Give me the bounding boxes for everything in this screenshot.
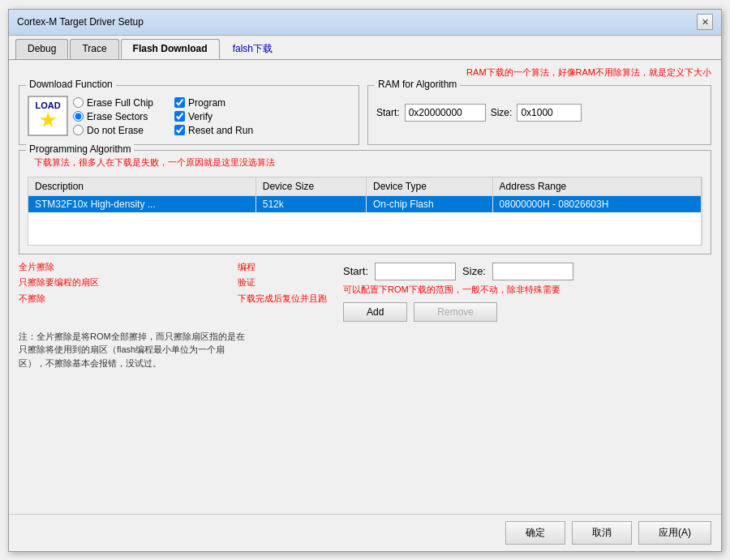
remove-button[interactable]: Remove: [414, 302, 497, 322]
close-button[interactable]: ✕: [697, 14, 713, 30]
size-label: Size:: [491, 107, 513, 118]
algo-annotation: 下载算法，很多人在下载是失败，一个原因就是这里没选算法: [34, 157, 275, 167]
radio-do-not-erase-input[interactable]: [73, 125, 84, 135]
radio-erase-full[interactable]: [73, 97, 84, 108]
add-button[interactable]: Add: [343, 302, 407, 322]
tab-extra[interactable]: falsh下载: [221, 39, 284, 59]
annot-sector-erase: 只擦除要编程的扇区: [19, 277, 99, 287]
rom-annotation: 可以配置下ROM下载的范围，一般不动，除非特殊需要: [343, 284, 711, 296]
annot-reset-run: 下载完成后复位并且跑: [238, 293, 327, 303]
start-input[interactable]: [405, 104, 486, 122]
checkbox-program-label: Program: [188, 97, 225, 109]
load-icon: LOAD ★: [28, 96, 68, 136]
prog-algo-title: Programming Algorithm: [26, 143, 134, 155]
bottom-size-input[interactable]: [492, 263, 573, 280]
radio-do-not-erase-label: Do not Erase: [87, 125, 144, 136]
left-annot-text: 全片擦除 只擦除要编程的扇区 不擦除: [19, 259, 230, 307]
tab-bar: Debug Trace Flash Download falsh下载: [9, 36, 721, 60]
col-address-range: Address Range: [492, 177, 701, 196]
note-text: 注：全片擦除是将ROM全部擦掉，而只擦除扇区指的是在 只擦除将使用到的扇区（fl…: [19, 330, 711, 370]
ok-button[interactable]: 确定: [505, 521, 565, 545]
algorithm-table: Description Device Size Device Type Addr…: [28, 177, 702, 245]
ram-algorithm-title: RAM for Algorithm: [375, 79, 460, 90]
col-device-size: Device Size: [256, 177, 366, 196]
checkbox-reset-run-label: Reset and Run: [188, 125, 253, 136]
cell-description: STM32F10x High-density ...: [28, 195, 256, 212]
checkbox-reset-run: Reset and Run: [174, 125, 253, 136]
footer: 确定 取消 应用(A): [9, 514, 721, 551]
checkbox-program-input[interactable]: [174, 97, 185, 108]
cell-address-range: 08000000H - 08026603H: [492, 195, 701, 212]
table-row[interactable]: STM32F10x High-density ... 512k On-chip …: [28, 195, 702, 212]
col-device-type: Device Type: [367, 177, 493, 196]
checkbox-program: Program: [174, 97, 253, 109]
cancel-button[interactable]: 取消: [572, 521, 632, 545]
left-annotations: 全片擦除 只擦除要编程的扇区 不擦除: [19, 259, 230, 322]
radio-erase-sectors: Erase Sectors: [73, 111, 153, 122]
download-function-title: Download Function: [26, 79, 116, 90]
col-description: Description: [28, 177, 256, 196]
tab-debug[interactable]: Debug: [15, 39, 68, 59]
ram-algorithm-group: RAM for Algorithm Start: Size:: [367, 85, 711, 145]
top-annotation: RAM下载的一个算法，好像RAM不用除算法，就是定义下大小: [19, 66, 711, 79]
add-remove-row: Add Remove: [343, 302, 711, 322]
right-controls: Start: Size: 可以配置下ROM下载的范围，一般不动，除非特殊需要 A…: [343, 259, 711, 322]
content-area: RAM下载的一个算法，好像RAM不用除算法，就是定义下大小 Download F…: [9, 60, 721, 514]
annot-program: 编程: [238, 262, 256, 271]
bottom-start-input[interactable]: [375, 263, 456, 280]
radio-group: Erase Full Chip Erase Sectors Do not Era…: [73, 97, 153, 136]
top-area: Download Function LOAD ★ Erase Full Chip: [19, 85, 711, 145]
window-title: Cortex-M Target Driver Setup: [17, 16, 144, 28]
checkbox-group: Program Verify Reset and Run: [174, 97, 253, 136]
radio-erase-full-chip: Erase Full Chip: [73, 97, 153, 109]
checkbox-verify-label: Verify: [188, 111, 213, 122]
radio-erase-sectors-input[interactable]: [73, 111, 84, 122]
ram-row: Start: Size:: [376, 104, 702, 122]
annot-full-erase: 全片擦除: [19, 262, 54, 271]
empty-row: [28, 212, 702, 245]
start-size-row: Start: Size:: [343, 263, 711, 280]
bottom-start-label: Start:: [343, 265, 368, 277]
func-inner: LOAD ★ Erase Full Chip Erase Sectors: [28, 96, 350, 136]
middle-annotations: 编程 验证 下载完成后复位并且跑: [238, 259, 335, 322]
load-text: LOAD: [35, 100, 60, 110]
radio-erase-full-label: Erase Full Chip: [87, 97, 153, 109]
bottom-section: 全片擦除 只擦除要编程的扇区 不擦除 编程 验证 下载完成后复位并且跑 Star…: [19, 259, 711, 322]
main-window: Cortex-M Target Driver Setup ✕ Debug Tra…: [8, 9, 722, 552]
checkbox-verify: Verify: [174, 111, 253, 122]
radio-erase-sectors-label: Erase Sectors: [87, 111, 148, 122]
programming-algorithm-group: Programming Algorithm 下载算法，很多人在下载是失败，一个原…: [19, 150, 711, 254]
annot-verify: 验证: [238, 277, 256, 287]
download-function-group: Download Function LOAD ★ Erase Full Chip: [19, 85, 359, 145]
star-icon: ★: [40, 110, 56, 131]
tab-flash-download[interactable]: Flash Download: [121, 39, 220, 59]
title-bar: Cortex-M Target Driver Setup ✕: [9, 10, 721, 36]
radio-do-not-erase: Do not Erase: [73, 125, 153, 136]
checkbox-verify-input[interactable]: [174, 111, 185, 122]
middle-annot-text: 编程 验证 下载完成后复位并且跑: [238, 259, 335, 307]
bottom-size-label: Size:: [462, 265, 486, 277]
algorithm-table-container: Description Device Size Device Type Addr…: [28, 177, 702, 246]
start-label: Start:: [376, 107, 400, 118]
table-header-row: Description Device Size Device Type Addr…: [28, 177, 702, 196]
size-input[interactable]: [517, 104, 582, 122]
checkbox-reset-run-input[interactable]: [174, 125, 185, 135]
tab-trace[interactable]: Trace: [70, 39, 118, 59]
cell-device-size: 512k: [256, 195, 366, 212]
annot-no-erase: 不擦除: [19, 293, 45, 303]
apply-button[interactable]: 应用(A): [638, 521, 711, 545]
cell-device-type: On-chip Flash: [367, 195, 493, 212]
